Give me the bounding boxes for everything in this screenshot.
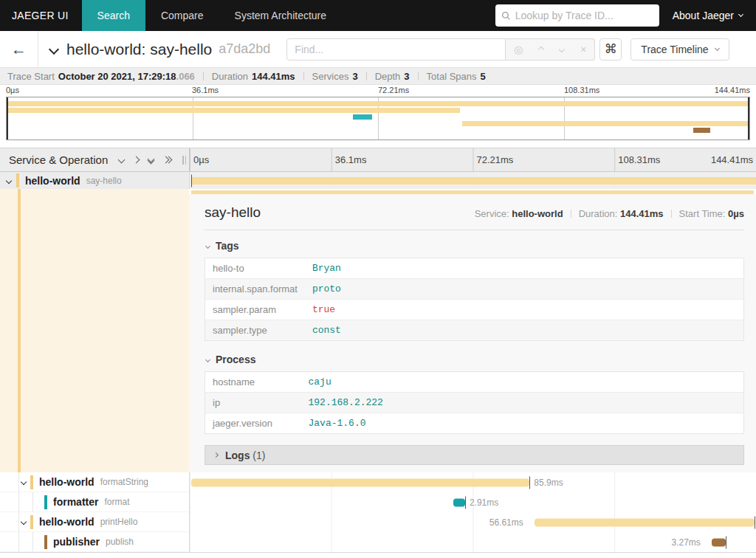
span-row-say-hello[interactable]: hello-world say-hello [0, 172, 756, 189]
find-input[interactable] [286, 38, 506, 61]
trace-lookup-input[interactable] [515, 10, 653, 21]
detail-span-title: say-hello [205, 204, 261, 221]
collapse-all-icon[interactable] [148, 156, 154, 163]
span-bar[interactable] [535, 518, 755, 526]
indent-guide [18, 472, 19, 492]
service-name: formatter [53, 496, 98, 508]
span-row-formatter[interactable]: formatter format 2.91ms [0, 492, 756, 512]
summary-depth: Depth 3 [358, 71, 410, 82]
back-arrow-icon: ← [11, 41, 27, 58]
trace-id-short: a7da2bd [219, 41, 270, 57]
service-name: hello-world [25, 175, 80, 187]
collapse-trace-header-button[interactable] [50, 43, 58, 56]
divider [205, 230, 744, 230]
about-jaeger-menu[interactable]: About Jaeger [673, 10, 743, 21]
jaeger-trace-page: JAEGER UI Search Compare System Architec… [0, 0, 756, 558]
search-icon [501, 11, 511, 21]
span-bar-tick [755, 516, 755, 528]
indent-guide [18, 532, 19, 551]
trace-minimap[interactable] [6, 97, 750, 140]
next-match-icon[interactable] [559, 46, 565, 52]
indent-guide [18, 492, 19, 512]
service-color-guide [18, 189, 21, 472]
nav-tab-compare[interactable]: Compare [145, 0, 219, 31]
span-bar[interactable] [453, 498, 464, 506]
collapse-one-icon[interactable] [119, 157, 124, 162]
tag-row: hello-to Bryan [205, 258, 744, 279]
list-bottom-edge [0, 552, 756, 558]
tag-row: sampler.param true [205, 300, 744, 320]
trace-title: hello-world: say-hello [66, 41, 212, 58]
service-name: publisher [53, 536, 100, 548]
find-group: ◎ × [286, 38, 595, 61]
indent-guide [32, 492, 33, 512]
timeline-axis-header: 0µs 36.1ms 72.21ms 108.31ms 144.41ms [189, 148, 756, 171]
span-detail-panel: say-hello Service: hello-world Duration:… [189, 194, 756, 472]
expand-one-icon[interactable] [134, 157, 139, 162]
command-icon: ⌘ [605, 41, 617, 57]
service-color-strip [30, 515, 33, 529]
back-button[interactable]: ← [0, 31, 38, 67]
span-duration-label: 56.61ms [489, 517, 523, 528]
collapse-children-icon[interactable] [21, 480, 26, 484]
service-operation-header: Service & Operation [0, 148, 189, 171]
nav-tab-search[interactable]: Search [82, 0, 145, 31]
service-color-strip [44, 535, 47, 549]
tags-section-toggle[interactable]: Tags [206, 240, 744, 252]
minimap-right-handle[interactable] [748, 97, 749, 140]
summary-services: Services 3 [295, 71, 358, 82]
detail-span-meta: Service: hello-world Duration: 144.41ms … [475, 208, 744, 219]
chevron-right-icon [213, 452, 219, 458]
process-section-toggle[interactable]: Process [206, 354, 744, 365]
column-resize-grip[interactable] [182, 156, 186, 165]
span-row-printhello[interactable]: hello-world printHello 56.61ms [0, 512, 756, 532]
minimap-span-bar [693, 128, 710, 133]
span-bar-tick [191, 174, 192, 187]
nav-tab-system-architecture[interactable]: System Architecture [219, 0, 343, 31]
span-bar-tick [465, 496, 466, 509]
find-toolbar: ◎ × [506, 38, 595, 61]
indent-guide [18, 512, 19, 531]
focus-match-icon[interactable]: ◎ [514, 44, 523, 55]
keyboard-shortcuts-button[interactable]: ⌘ [599, 38, 622, 61]
span-bar[interactable] [712, 538, 725, 546]
chevron-down-icon [205, 356, 210, 362]
collapse-children-icon[interactable] [21, 520, 26, 524]
span-row-publisher[interactable]: publisher publish 3.27ms [0, 532, 756, 552]
minimap-span-bar [7, 108, 460, 113]
span-bar-tick [529, 476, 530, 489]
trace-view-selector[interactable]: Trace Timeline [630, 38, 729, 61]
clear-find-icon[interactable]: × [580, 44, 586, 55]
trace-lookup-box [495, 4, 659, 27]
service-name: hello-world [39, 516, 94, 528]
tag-row: internal.span.format proto [205, 279, 744, 300]
chevron-down-icon [205, 243, 210, 248]
span-duration-label: 2.91ms [470, 497, 498, 508]
span-bar[interactable] [191, 177, 756, 185]
operation-name: printHello [100, 517, 138, 527]
collapse-children-icon[interactable] [7, 179, 11, 183]
top-nav: JAEGER UI Search Compare System Architec… [0, 0, 756, 31]
operation-name: formatString [100, 477, 148, 487]
summary-total-spans: Total Spans 5 [410, 71, 486, 82]
previous-match-icon[interactable] [538, 46, 544, 52]
summary-duration: Duration 144.41ms [195, 71, 295, 82]
detail-left-column [0, 189, 189, 472]
minimap-left-handle[interactable] [7, 97, 8, 140]
span-row-formatstring[interactable]: hello-world formatString 85.9ms [0, 472, 756, 492]
indent-guide [32, 532, 33, 551]
trace-summary-bar: Trace Start October 20 2021, 17:29:18 .0… [0, 68, 756, 85]
summary-trace-start: Trace Start October 20 2021, 17:29:18 .0… [7, 71, 195, 82]
service-color-strip [16, 173, 19, 187]
service-color-strip [30, 475, 33, 489]
span-table-header: Service & Operation 0µs 36.1ms 72.21ms 1… [0, 148, 756, 172]
span-bar[interactable] [191, 478, 529, 486]
app-logo: JAEGER UI [0, 10, 82, 21]
tags-table: hello-to Bryan internal.span.format prot… [205, 258, 744, 341]
logs-section-toggle[interactable]: Logs (1) [205, 445, 744, 465]
trace-header: ← hello-world: say-hello a7da2bd ◎ × ⌘ T… [0, 31, 756, 68]
expand-all-icon[interactable] [163, 157, 171, 162]
service-name: hello-world [39, 476, 94, 488]
chevron-down-icon [738, 12, 743, 17]
span-duration-label: 3.27ms [671, 537, 700, 548]
